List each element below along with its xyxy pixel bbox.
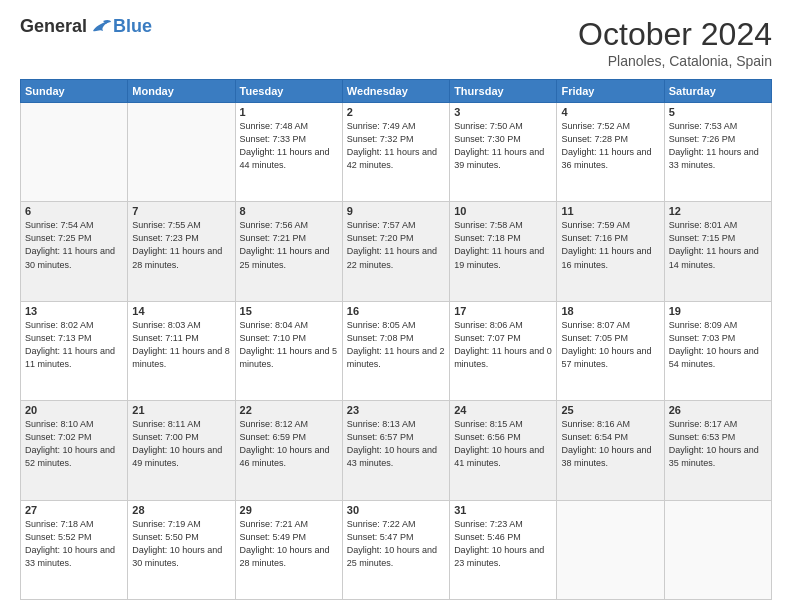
calendar-cell: 10Sunrise: 7:58 AMSunset: 7:18 PMDayligh… (450, 202, 557, 301)
month-title: October 2024 (578, 16, 772, 53)
calendar-cell: 28Sunrise: 7:19 AMSunset: 5:50 PMDayligh… (128, 500, 235, 599)
day-info: Sunrise: 8:12 AMSunset: 6:59 PMDaylight:… (240, 418, 338, 470)
calendar-cell (557, 500, 664, 599)
calendar-cell: 2Sunrise: 7:49 AMSunset: 7:32 PMDaylight… (342, 103, 449, 202)
day-info: Sunrise: 8:11 AMSunset: 7:00 PMDaylight:… (132, 418, 230, 470)
day-info: Sunrise: 7:52 AMSunset: 7:28 PMDaylight:… (561, 120, 659, 172)
day-info: Sunrise: 8:06 AMSunset: 7:07 PMDaylight:… (454, 319, 552, 371)
table-row: 27Sunrise: 7:18 AMSunset: 5:52 PMDayligh… (21, 500, 772, 599)
page: General Blue October 2024 Planoles, Cata… (0, 0, 792, 612)
calendar-cell: 13Sunrise: 8:02 AMSunset: 7:13 PMDayligh… (21, 301, 128, 400)
col-tuesday: Tuesday (235, 80, 342, 103)
day-info: Sunrise: 7:49 AMSunset: 7:32 PMDaylight:… (347, 120, 445, 172)
day-info: Sunrise: 8:10 AMSunset: 7:02 PMDaylight:… (25, 418, 123, 470)
col-saturday: Saturday (664, 80, 771, 103)
day-info: Sunrise: 7:50 AMSunset: 7:30 PMDaylight:… (454, 120, 552, 172)
day-info: Sunrise: 8:01 AMSunset: 7:15 PMDaylight:… (669, 219, 767, 271)
day-number: 28 (132, 504, 230, 516)
location-subtitle: Planoles, Catalonia, Spain (578, 53, 772, 69)
day-number: 30 (347, 504, 445, 516)
day-info: Sunrise: 7:59 AMSunset: 7:16 PMDaylight:… (561, 219, 659, 271)
day-number: 3 (454, 106, 552, 118)
day-info: Sunrise: 7:55 AMSunset: 7:23 PMDaylight:… (132, 219, 230, 271)
day-number: 12 (669, 205, 767, 217)
day-number: 18 (561, 305, 659, 317)
calendar-cell (664, 500, 771, 599)
calendar-cell: 14Sunrise: 8:03 AMSunset: 7:11 PMDayligh… (128, 301, 235, 400)
day-number: 8 (240, 205, 338, 217)
calendar-cell: 5Sunrise: 7:53 AMSunset: 7:26 PMDaylight… (664, 103, 771, 202)
day-number: 27 (25, 504, 123, 516)
day-info: Sunrise: 8:17 AMSunset: 6:53 PMDaylight:… (669, 418, 767, 470)
title-area: October 2024 Planoles, Catalonia, Spain (578, 16, 772, 69)
calendar-cell: 17Sunrise: 8:06 AMSunset: 7:07 PMDayligh… (450, 301, 557, 400)
day-number: 23 (347, 404, 445, 416)
day-info: Sunrise: 7:22 AMSunset: 5:47 PMDaylight:… (347, 518, 445, 570)
day-number: 20 (25, 404, 123, 416)
calendar-cell: 24Sunrise: 8:15 AMSunset: 6:56 PMDayligh… (450, 401, 557, 500)
day-number: 9 (347, 205, 445, 217)
day-number: 22 (240, 404, 338, 416)
day-number: 19 (669, 305, 767, 317)
day-number: 21 (132, 404, 230, 416)
day-number: 17 (454, 305, 552, 317)
calendar-cell: 20Sunrise: 8:10 AMSunset: 7:02 PMDayligh… (21, 401, 128, 500)
day-info: Sunrise: 8:15 AMSunset: 6:56 PMDaylight:… (454, 418, 552, 470)
header: General Blue October 2024 Planoles, Cata… (20, 16, 772, 69)
calendar-cell: 12Sunrise: 8:01 AMSunset: 7:15 PMDayligh… (664, 202, 771, 301)
day-info: Sunrise: 7:48 AMSunset: 7:33 PMDaylight:… (240, 120, 338, 172)
calendar-cell: 25Sunrise: 8:16 AMSunset: 6:54 PMDayligh… (557, 401, 664, 500)
calendar-cell: 29Sunrise: 7:21 AMSunset: 5:49 PMDayligh… (235, 500, 342, 599)
calendar-cell: 26Sunrise: 8:17 AMSunset: 6:53 PMDayligh… (664, 401, 771, 500)
calendar-cell: 18Sunrise: 8:07 AMSunset: 7:05 PMDayligh… (557, 301, 664, 400)
calendar-cell: 27Sunrise: 7:18 AMSunset: 5:52 PMDayligh… (21, 500, 128, 599)
logo-blue-text: Blue (113, 16, 152, 37)
header-row: Sunday Monday Tuesday Wednesday Thursday… (21, 80, 772, 103)
calendar-cell: 8Sunrise: 7:56 AMSunset: 7:21 PMDaylight… (235, 202, 342, 301)
day-number: 11 (561, 205, 659, 217)
day-number: 1 (240, 106, 338, 118)
day-info: Sunrise: 8:04 AMSunset: 7:10 PMDaylight:… (240, 319, 338, 371)
day-info: Sunrise: 8:09 AMSunset: 7:03 PMDaylight:… (669, 319, 767, 371)
calendar-cell: 9Sunrise: 7:57 AMSunset: 7:20 PMDaylight… (342, 202, 449, 301)
day-info: Sunrise: 7:23 AMSunset: 5:46 PMDaylight:… (454, 518, 552, 570)
calendar-cell: 22Sunrise: 8:12 AMSunset: 6:59 PMDayligh… (235, 401, 342, 500)
calendar-cell: 11Sunrise: 7:59 AMSunset: 7:16 PMDayligh… (557, 202, 664, 301)
day-info: Sunrise: 8:13 AMSunset: 6:57 PMDaylight:… (347, 418, 445, 470)
table-row: 20Sunrise: 8:10 AMSunset: 7:02 PMDayligh… (21, 401, 772, 500)
day-info: Sunrise: 7:18 AMSunset: 5:52 PMDaylight:… (25, 518, 123, 570)
calendar-cell: 30Sunrise: 7:22 AMSunset: 5:47 PMDayligh… (342, 500, 449, 599)
calendar-table: Sunday Monday Tuesday Wednesday Thursday… (20, 79, 772, 600)
day-number: 29 (240, 504, 338, 516)
day-info: Sunrise: 8:03 AMSunset: 7:11 PMDaylight:… (132, 319, 230, 371)
calendar-cell: 7Sunrise: 7:55 AMSunset: 7:23 PMDaylight… (128, 202, 235, 301)
logo: General Blue (20, 16, 152, 37)
day-number: 16 (347, 305, 445, 317)
col-sunday: Sunday (21, 80, 128, 103)
logo-general-text: General (20, 16, 87, 37)
table-row: 13Sunrise: 8:02 AMSunset: 7:13 PMDayligh… (21, 301, 772, 400)
day-info: Sunrise: 7:19 AMSunset: 5:50 PMDaylight:… (132, 518, 230, 570)
day-number: 5 (669, 106, 767, 118)
calendar-cell: 31Sunrise: 7:23 AMSunset: 5:46 PMDayligh… (450, 500, 557, 599)
day-info: Sunrise: 7:57 AMSunset: 7:20 PMDaylight:… (347, 219, 445, 271)
day-number: 25 (561, 404, 659, 416)
calendar-cell: 1Sunrise: 7:48 AMSunset: 7:33 PMDaylight… (235, 103, 342, 202)
calendar-cell: 15Sunrise: 8:04 AMSunset: 7:10 PMDayligh… (235, 301, 342, 400)
calendar-cell: 23Sunrise: 8:13 AMSunset: 6:57 PMDayligh… (342, 401, 449, 500)
logo-bird-icon (89, 17, 113, 37)
col-monday: Monday (128, 80, 235, 103)
day-number: 4 (561, 106, 659, 118)
day-info: Sunrise: 7:21 AMSunset: 5:49 PMDaylight:… (240, 518, 338, 570)
col-thursday: Thursday (450, 80, 557, 103)
day-number: 2 (347, 106, 445, 118)
calendar-cell: 3Sunrise: 7:50 AMSunset: 7:30 PMDaylight… (450, 103, 557, 202)
calendar-cell (21, 103, 128, 202)
calendar-cell (128, 103, 235, 202)
calendar-cell: 21Sunrise: 8:11 AMSunset: 7:00 PMDayligh… (128, 401, 235, 500)
col-wednesday: Wednesday (342, 80, 449, 103)
calendar-cell: 4Sunrise: 7:52 AMSunset: 7:28 PMDaylight… (557, 103, 664, 202)
day-info: Sunrise: 8:05 AMSunset: 7:08 PMDaylight:… (347, 319, 445, 371)
day-number: 7 (132, 205, 230, 217)
calendar-cell: 6Sunrise: 7:54 AMSunset: 7:25 PMDaylight… (21, 202, 128, 301)
